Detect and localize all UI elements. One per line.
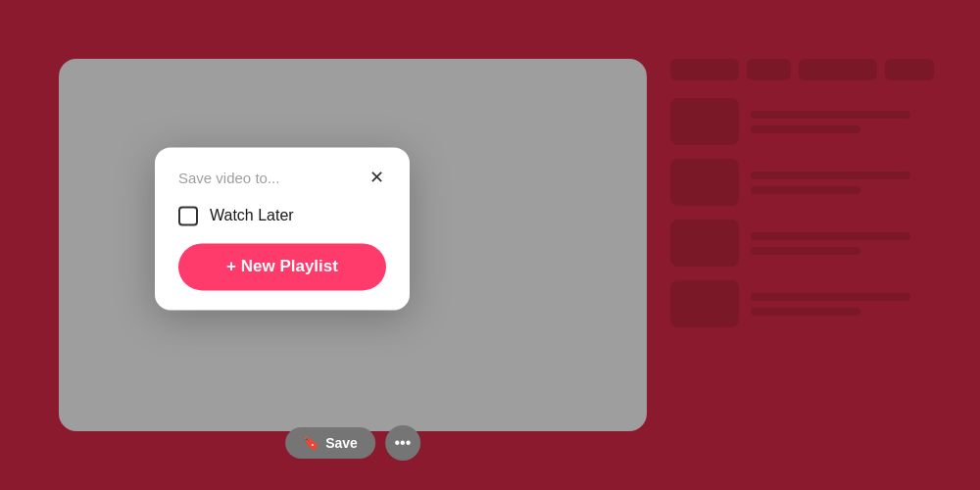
sidebar-item[interactable] bbox=[670, 159, 951, 206]
save-modal: Save video to... ✕ Watch Later + New Pla… bbox=[155, 147, 410, 310]
sidebar-title-line bbox=[751, 293, 910, 301]
sidebar-title-line bbox=[751, 172, 910, 179]
sidebar-text-lines bbox=[751, 232, 951, 255]
sidebar-tab-2[interactable] bbox=[747, 59, 791, 80]
sidebar-subtitle-line bbox=[751, 125, 860, 133]
sidebar-thumbnail bbox=[670, 220, 739, 267]
sidebar-subtitle-line bbox=[751, 247, 860, 255]
save-label: Save bbox=[325, 435, 358, 451]
sidebar-tabs bbox=[670, 59, 951, 80]
video-actions: 🔖 Save ••• bbox=[285, 425, 420, 461]
sidebar-thumbnail bbox=[670, 98, 739, 145]
watch-later-checkbox[interactable] bbox=[178, 206, 198, 225]
sidebar-text-lines bbox=[751, 111, 951, 133]
sidebar-subtitle-line bbox=[751, 308, 860, 316]
modal-header: Save video to... ✕ bbox=[178, 167, 386, 188]
sidebar-tab-1[interactable] bbox=[670, 59, 739, 80]
bookmark-icon: 🔖 bbox=[303, 435, 319, 451]
sidebar-item[interactable] bbox=[670, 98, 951, 145]
modal-title: Save video to... bbox=[178, 170, 279, 186]
sidebar bbox=[647, 59, 951, 431]
sidebar-thumbnail bbox=[670, 280, 739, 327]
watch-later-row: Watch Later bbox=[178, 206, 386, 225]
more-options-button[interactable]: ••• bbox=[385, 425, 420, 461]
sidebar-subtitle-line bbox=[751, 186, 860, 194]
save-button[interactable]: 🔖 Save bbox=[285, 427, 375, 459]
close-button[interactable]: ✕ bbox=[368, 167, 386, 188]
sidebar-text-lines bbox=[751, 172, 951, 194]
video-panel: Save video to... ✕ Watch Later + New Pla… bbox=[59, 59, 647, 431]
sidebar-text-lines bbox=[751, 293, 951, 316]
watch-later-label: Watch Later bbox=[210, 207, 294, 224]
sidebar-title-line bbox=[751, 111, 910, 119]
sidebar-item[interactable] bbox=[670, 220, 951, 267]
sidebar-tab-3[interactable] bbox=[799, 59, 877, 80]
sidebar-item[interactable] bbox=[670, 280, 951, 327]
more-icon: ••• bbox=[394, 434, 411, 452]
new-playlist-button[interactable]: + New Playlist bbox=[178, 243, 386, 290]
main-container: Save video to... ✕ Watch Later + New Pla… bbox=[0, 0, 980, 490]
sidebar-title-line bbox=[751, 232, 910, 240]
sidebar-thumbnail bbox=[670, 159, 739, 206]
sidebar-tab-4[interactable] bbox=[885, 59, 934, 80]
